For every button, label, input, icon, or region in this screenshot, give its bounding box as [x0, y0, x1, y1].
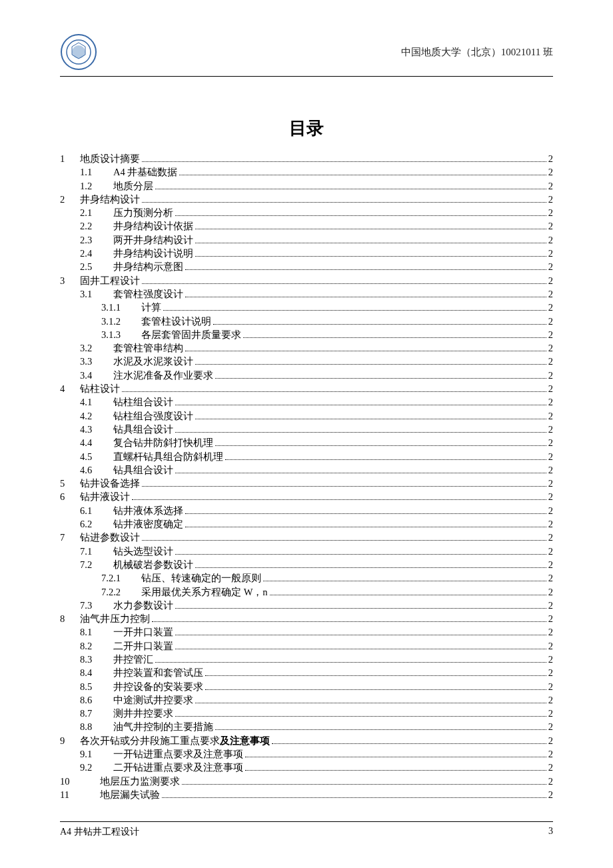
toc-subsection-title: 井控管汇	[113, 653, 153, 666]
toc-leader-dots	[195, 419, 546, 419]
toc-subsection-number: 3.4	[80, 369, 113, 382]
toc-leader-dots	[175, 635, 546, 635]
toc-subsection-number: 8.6	[80, 693, 113, 707]
toc-section-title: 地质设计摘要	[80, 152, 140, 165]
toc-subsection-number: 2.3	[80, 233, 113, 247]
toc-leader-dots	[225, 459, 546, 460]
toc-subsection-number: 1.1	[80, 165, 113, 179]
toc-subsection-title: 油气井控制的主要措施	[113, 720, 213, 733]
toc-leader-dots	[175, 432, 546, 433]
toc-subsection-title: 钻井液密度确定	[113, 517, 183, 531]
toc-page-number: 2	[548, 558, 553, 571]
toc-page-number: 2	[548, 260, 553, 273]
toc-row: 4.1钻柱组合设计2	[60, 395, 553, 409]
toc-leader-dots	[205, 675, 546, 676]
university-logo-icon	[60, 33, 97, 71]
toc-leader-dots	[195, 256, 546, 257]
toc-row: 6.2钻井液密度确定2	[60, 517, 553, 531]
toc-row: 3.3水泥及水泥浆设计2	[60, 355, 553, 368]
toc-section-number: 4	[60, 382, 80, 395]
toc-page-number: 2	[548, 233, 553, 247]
toc-row: 8.6中途测试井控要求2	[60, 693, 553, 707]
toc-subsection-title: 井身结构设计依据	[113, 219, 193, 233]
toc-row: 3.1套管柱强度设计2	[60, 287, 553, 301]
toc-subsection-number: 4.6	[80, 463, 113, 477]
toc-page-number: 2	[548, 734, 553, 747]
toc-row: 8.3井控管汇2	[60, 653, 553, 666]
toc-page-number: 2	[548, 531, 553, 544]
toc-subsection-title: 钻具组合设计	[113, 463, 173, 477]
toc-subsection-number: 4.2	[80, 409, 113, 423]
toc-leader-dots	[195, 364, 546, 365]
toc-leader-dots	[245, 757, 546, 757]
toc-subsection-title: 钻柱组合强度设计	[113, 409, 193, 423]
toc-subsubsection-number: 7.2.2	[101, 585, 141, 599]
toc-leader-dots	[163, 310, 546, 311]
toc-row: 8.1一开井口装置2	[60, 625, 553, 639]
toc-page-number: 2	[548, 274, 553, 287]
toc-leader-dots	[142, 283, 546, 284]
toc-page-number: 2	[548, 206, 553, 219]
toc-section-number: 3	[60, 274, 80, 287]
toc-row: 2.2井身结构设计依据2	[60, 219, 553, 233]
toc-row: 8.4井控装置和套管试压2	[60, 666, 553, 679]
toc-row: 1.2地质分层2	[60, 179, 553, 193]
toc-section-title: 各次开钻或分井段施工重点要求及注意事项	[80, 734, 270, 747]
toc-leader-dots	[142, 202, 546, 203]
toc-page-number: 2	[548, 612, 553, 625]
toc-subsection-number: 8.7	[80, 707, 113, 720]
toc-leader-dots	[142, 486, 546, 487]
toc-leader-dots	[142, 161, 546, 162]
toc-subsection-title: 复合钻井防斜打快机理	[113, 436, 213, 449]
toc-row: 4.3钻具组合设计2	[60, 423, 553, 436]
svg-point-2	[72, 45, 85, 59]
toc-page-number: 2	[548, 477, 553, 490]
toc-subsection-number: 8.5	[80, 680, 113, 693]
toc-subsection-title: 地质分层	[113, 179, 153, 193]
toc-subsection-number: 4.5	[80, 450, 113, 463]
toc-row: 3固井工程设计2	[60, 274, 553, 287]
toc-subsection-number: 2.4	[80, 247, 113, 260]
toc-page-number: 2	[548, 639, 553, 653]
toc-subsection-title: 钻井液体系选择	[113, 504, 183, 517]
toc-subsubsection-number: 3.1.1	[101, 301, 141, 314]
toc-row: 7.2.1钻压、转速确定的一般原则2	[60, 571, 553, 585]
toc-leader-dots	[270, 595, 546, 595]
toc-subsection-title: 水泥及水泥浆设计	[113, 355, 193, 368]
toc-subsection-title: 套管柱管串结构	[113, 341, 183, 355]
page-header: 中国地质大学（北京）10021011 班	[60, 33, 553, 77]
toc-row: 4.4复合钻井防斜打快机理2	[60, 436, 553, 449]
toc-leader-dots	[185, 269, 546, 270]
toc-subsection-number: 4.1	[80, 395, 113, 409]
toc-section-title: 固井工程设计	[80, 274, 140, 287]
toc-subsubsection-title: 各层套管固井质量要求	[141, 328, 241, 341]
toc-subsection-title: 测井井控要求	[113, 707, 173, 720]
toc-leader-dots	[195, 243, 546, 243]
toc-section-title: 钻井液设计	[80, 490, 130, 503]
toc-subsection-title: A4 井基础数据	[113, 165, 177, 179]
toc-subsection-title: 套管柱强度设计	[113, 287, 183, 301]
toc-leader-dots	[243, 337, 546, 338]
toc-page-number: 2	[548, 369, 553, 382]
toc-page-number: 2	[548, 247, 553, 260]
toc-page-number: 2	[548, 341, 553, 355]
table-of-contents: 1地质设计摘要21.1A4 井基础数据21.2地质分层22井身结构设计22.1压…	[60, 152, 553, 801]
toc-leader-dots	[185, 527, 546, 527]
toc-subsection-number: 9.2	[80, 761, 113, 774]
toc-leader-dots	[155, 662, 546, 663]
toc-subsection-number: 7.3	[80, 599, 113, 612]
toc-subsection-title: 二开钻进重点要求及注意事项	[113, 761, 243, 774]
toc-leader-dots	[122, 391, 546, 392]
toc-page-number: 2	[548, 788, 553, 801]
toc-page-number: 2	[548, 193, 553, 206]
toc-row: 9.1一开钻进重点要求及注意事项2	[60, 747, 553, 761]
page-footer: A4 井钻井工程设计 3	[60, 821, 553, 838]
toc-page-number: 2	[548, 382, 553, 395]
toc-title: 目录	[60, 117, 553, 140]
toc-subsection-number: 2.5	[80, 260, 113, 273]
toc-row: 7.2机械破岩参数设计2	[60, 558, 553, 571]
toc-row: 4.2钻柱组合强度设计2	[60, 409, 553, 423]
toc-row: 5钻井设备选择2	[60, 477, 553, 490]
toc-page-number: 2	[548, 545, 553, 558]
toc-subsection-title: 注水泥准备及作业要求	[113, 369, 213, 382]
